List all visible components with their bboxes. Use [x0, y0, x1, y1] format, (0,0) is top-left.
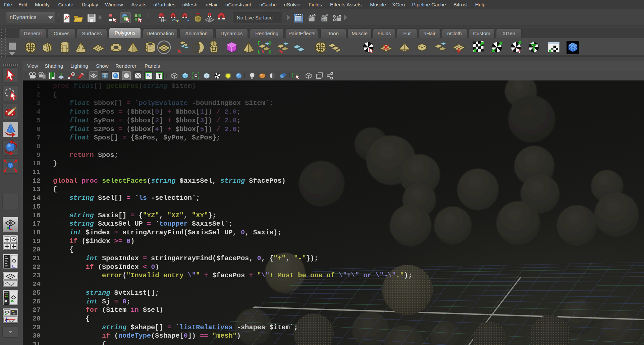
- svg-text:IPR: IPR: [322, 19, 327, 22]
